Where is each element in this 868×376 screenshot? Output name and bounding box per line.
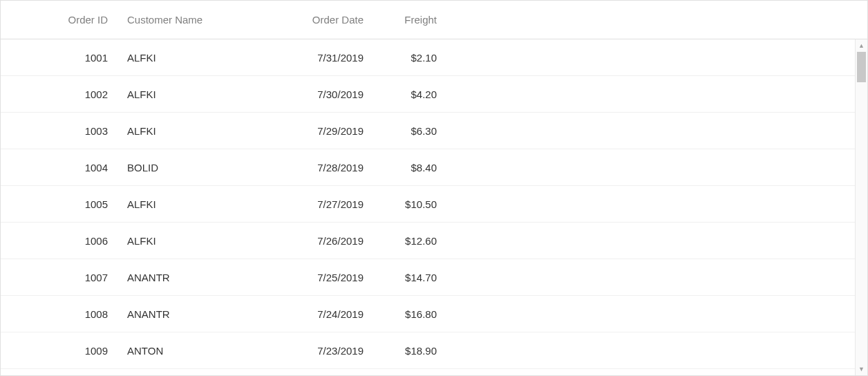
cell-order-id: 1008: [1, 308, 122, 320]
table-row[interactable]: 1002 ALFKI 7/30/2019 $4.20: [1, 76, 855, 113]
scroll-down-arrow-icon[interactable]: ▼: [856, 363, 867, 375]
table-row[interactable]: 1009 ANTON 7/23/2019 $18.90: [1, 332, 855, 369]
cell-order-date: 7/24/2019: [239, 308, 377, 320]
table-row[interactable]: 1004 BOLID 7/28/2019 $8.40: [1, 149, 855, 186]
cell-order-id: 1006: [1, 235, 122, 247]
cell-order-date: 7/25/2019: [239, 272, 377, 283]
cell-order-date: 7/26/2019: [239, 235, 377, 247]
cell-customer-name: BOLID: [122, 162, 239, 173]
cell-order-id: 1001: [1, 52, 122, 64]
cell-order-id: 1005: [1, 198, 122, 210]
cell-order-date: 7/27/2019: [239, 198, 377, 210]
cell-customer-name: ALFKI: [122, 52, 239, 64]
scroll-up-arrow-icon[interactable]: ▲: [856, 39, 867, 52]
cell-customer-name: ANANTR: [122, 272, 239, 283]
table-row[interactable]: 1001 ALFKI 7/31/2019 $2.10: [1, 39, 855, 76]
cell-order-id: 1002: [1, 88, 122, 100]
cell-customer-name: ALFKI: [122, 125, 239, 137]
table-row[interactable]: 1008 ANANTR 7/24/2019 $16.80: [1, 296, 855, 332]
cell-freight: $6.30: [377, 125, 446, 137]
cell-freight: $10.50: [377, 198, 446, 210]
cell-order-date: 7/29/2019: [239, 125, 377, 137]
cell-freight: $16.80: [377, 308, 446, 320]
column-header-customer-name[interactable]: Customer Name: [122, 14, 239, 26]
column-header-freight[interactable]: Freight: [377, 14, 446, 26]
cell-freight: $18.90: [377, 345, 446, 357]
cell-order-id: 1004: [1, 162, 122, 173]
cell-customer-name: ALFKI: [122, 198, 239, 210]
cell-customer-name: ALFKI: [122, 88, 239, 100]
scroll-thumb[interactable]: [857, 52, 866, 82]
column-header-order-date[interactable]: Order Date: [239, 14, 377, 26]
cell-freight: $4.20: [377, 88, 446, 100]
cell-order-date: 7/28/2019: [239, 162, 377, 173]
cell-customer-name: ANTON: [122, 345, 239, 357]
cell-freight: $2.10: [377, 52, 446, 64]
cell-order-date: 7/30/2019: [239, 88, 377, 100]
cell-customer-name: ANANTR: [122, 308, 239, 320]
table-row[interactable]: 1006 ALFKI 7/26/2019 $12.60: [1, 223, 855, 259]
scroll-track[interactable]: [856, 52, 867, 363]
grid-header-row: Order ID Customer Name Order Date Freigh…: [1, 1, 867, 39]
cell-freight: $8.40: [377, 162, 446, 173]
grid-body-viewport: 1001 ALFKI 7/31/2019 $2.10 1002 ALFKI 7/…: [1, 39, 867, 375]
table-row[interactable]: 1007 ANANTR 7/25/2019 $14.70: [1, 259, 855, 296]
grid-body-content: 1001 ALFKI 7/31/2019 $2.10 1002 ALFKI 7/…: [1, 39, 855, 375]
vertical-scrollbar[interactable]: ▲ ▼: [855, 39, 867, 375]
cell-order-date: 7/23/2019: [239, 345, 377, 357]
table-row[interactable]: 1005 ALFKI 7/27/2019 $10.50: [1, 186, 855, 223]
cell-freight: $14.70: [377, 272, 446, 283]
cell-customer-name: ALFKI: [122, 235, 239, 247]
cell-order-id: 1007: [1, 272, 122, 283]
cell-freight: $12.60: [377, 235, 446, 247]
cell-order-id: 1009: [1, 345, 122, 357]
data-grid: Order ID Customer Name Order Date Freigh…: [0, 0, 868, 376]
cell-order-date: 7/31/2019: [239, 52, 377, 64]
column-header-order-id[interactable]: Order ID: [1, 14, 122, 26]
table-row[interactable]: 1003 ALFKI 7/29/2019 $6.30: [1, 113, 855, 149]
cell-order-id: 1003: [1, 125, 122, 137]
